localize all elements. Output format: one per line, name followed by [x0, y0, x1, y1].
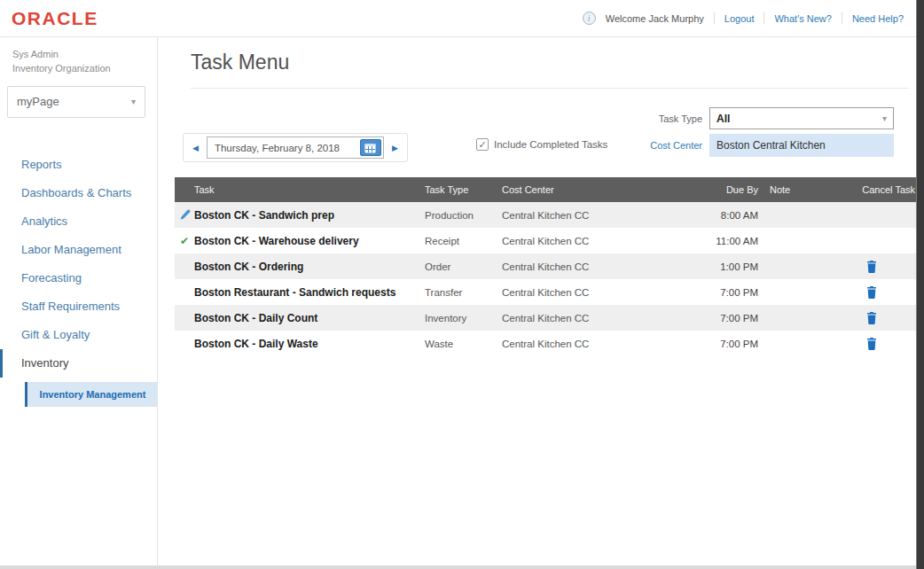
table-row[interactable]: Boston CK - Sandwich prep Production Cen… [175, 202, 918, 228]
whats-new-link[interactable]: What's New? [774, 13, 831, 24]
sidebar-nav: Reports Dashboards & Charts Analytics La… [0, 151, 157, 378]
task-table: Task Task Type Cost Center Due By Note C… [175, 177, 918, 356]
table-row[interactable]: Boston CK - Ordering Order Central Kitch… [175, 253, 918, 279]
sidebar-item-forecasting[interactable]: Forecasting [0, 264, 157, 292]
column-header-cancel-task: Cancel Task [826, 184, 918, 195]
checkbox-checked-icon[interactable]: ✓ [476, 138, 489, 151]
oracle-logo: ORACLE [12, 8, 98, 29]
due-by-cell: 8:00 AM [666, 210, 758, 221]
task-type-cell: Production [425, 210, 502, 221]
next-day-button[interactable]: ▶ [390, 142, 400, 154]
task-type-filter: Task Type All ▾ [659, 107, 894, 129]
info-icon[interactable]: i [583, 12, 596, 25]
user-role: Sys Admin [12, 48, 145, 62]
divider [763, 12, 764, 24]
sidebar-item-reports[interactable]: Reports [0, 151, 157, 179]
task-name: Boston Restaurant - Sandwich requests [194, 286, 395, 299]
task-type-selected-value: All [716, 113, 730, 125]
cost-center-cell: Central Kitchen CC [502, 339, 666, 349]
column-header-note: Note [758, 184, 826, 195]
cost-center-cell: Central Kitchen CC [502, 261, 666, 272]
table-header-row: Task Task Type Cost Center Due By Note C… [175, 177, 918, 202]
main-content: Task Menu Task Type All ▾ ◀ [159, 37, 918, 565]
due-by-cell: 7:00 PM [666, 287, 758, 298]
due-by-cell: 7:00 PM [666, 339, 758, 349]
task-type-cell: Transfer [425, 287, 502, 298]
include-completed-label: Include Completed Tasks [494, 139, 607, 150]
cost-center-cell: Central Kitchen CC [502, 210, 666, 221]
divider [714, 12, 715, 24]
previous-day-button[interactable]: ◀ [191, 142, 200, 154]
sidebar-item-inventory-management[interactable]: Inventory Management [25, 382, 158, 407]
calendar-icon[interactable] [360, 139, 381, 156]
task-type-cell: Order [425, 261, 502, 272]
trash-icon[interactable] [863, 284, 881, 300]
date-input[interactable] [208, 143, 356, 153]
cost-center-label[interactable]: Cost Center [650, 140, 702, 151]
date-picker-group: ◀ ▶ [183, 133, 408, 162]
window-edge-right [916, 0, 924, 569]
cost-center-cell: Central Kitchen CC [502, 313, 666, 323]
divider [842, 12, 842, 24]
mypage-select[interactable]: myPage ▾ [7, 86, 145, 118]
check-icon: ✔ [175, 235, 194, 247]
sidebar-item-dashboards-charts[interactable]: Dashboards & Charts [0, 179, 157, 207]
column-header-task: Task [175, 184, 425, 195]
task-type-cell: Waste [425, 339, 502, 349]
topbar-links: i Welcome Jack Murphy Logout What's New?… [583, 12, 904, 25]
pencil-icon [175, 209, 194, 221]
window-edge-bottom [0, 565, 924, 569]
cost-center-filter: Cost Center [650, 134, 894, 157]
due-by-cell: 11:00 AM [666, 236, 758, 246]
column-header-task-type: Task Type [425, 184, 502, 195]
task-type-cell: Receipt [425, 236, 502, 246]
cost-center-input[interactable] [709, 134, 894, 157]
date-field-wrap [207, 136, 384, 159]
task-type-cell: Inventory [425, 313, 502, 323]
column-header-cost-center: Cost Center [502, 184, 666, 195]
table-row[interactable]: Boston CK - Daily Count Inventory Centra… [175, 305, 918, 331]
due-by-cell: 7:00 PM [666, 313, 758, 323]
task-type-select[interactable]: All ▾ [709, 107, 894, 129]
org-block: Sys Admin Inventory Organization [0, 37, 157, 76]
table-row[interactable]: ✔ Boston CK - Warehouse delivery Receipt… [175, 228, 918, 253]
sidebar-item-analytics[interactable]: Analytics [0, 207, 157, 236]
welcome-text: Welcome Jack Murphy [606, 13, 704, 24]
table-row[interactable]: Boston CK - Daily Waste Waste Central Ki… [175, 331, 918, 356]
cost-center-cell: Central Kitchen CC [502, 287, 666, 298]
due-by-cell: 1:00 PM [666, 261, 758, 272]
trash-icon[interactable] [863, 259, 881, 275]
task-type-label: Task Type [659, 113, 702, 124]
chevron-down-icon: ▾ [882, 113, 887, 123]
trash-icon[interactable] [863, 336, 881, 352]
top-bar: ORACLE i Welcome Jack Murphy Logout What… [0, 0, 916, 37]
task-name: Boston CK - Sandwich prep [194, 209, 334, 222]
task-name: Boston CK - Ordering [194, 261, 303, 273]
chevron-down-icon: ▾ [131, 97, 136, 106]
organization-name: Inventory Organization [12, 62, 145, 76]
cost-center-cell: Central Kitchen CC [502, 236, 666, 246]
app-window: ORACLE i Welcome Jack Murphy Logout What… [0, 0, 924, 569]
table-row[interactable]: Boston Restaurant - Sandwich requests Tr… [175, 279, 918, 305]
logout-link[interactable]: Logout [724, 13, 755, 24]
sidebar-item-gift-loyalty[interactable]: Gift & Loyalty [0, 321, 157, 349]
task-name: Boston CK - Warehouse delivery [194, 235, 359, 247]
task-name: Boston CK - Daily Waste [194, 338, 318, 350]
divider [191, 88, 909, 89]
sidebar: Sys Admin Inventory Organization myPage … [0, 37, 158, 565]
task-name: Boston CK - Daily Count [194, 312, 317, 324]
sidebar-item-staff-requirements[interactable]: Staff Requirements [0, 292, 157, 321]
sidebar-item-labor-management[interactable]: Labor Management [0, 236, 157, 264]
sidebar-item-inventory[interactable]: Inventory [0, 349, 157, 378]
trash-icon[interactable] [863, 310, 881, 326]
mypage-select-value: myPage [17, 95, 59, 108]
include-completed-checkbox-group[interactable]: ✓ Include Completed Tasks [476, 138, 607, 151]
need-help-link[interactable]: Need Help? [852, 13, 904, 24]
column-header-due-by: Due By [666, 184, 758, 195]
page-title: Task Menu [191, 51, 289, 74]
